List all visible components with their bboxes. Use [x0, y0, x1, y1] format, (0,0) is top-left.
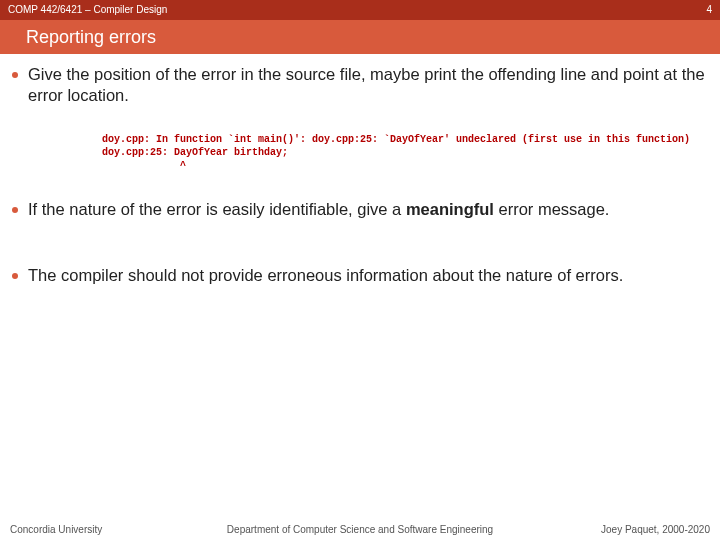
footer-mid: Department of Computer Science and Softw…	[227, 520, 493, 540]
bullet-2-bold: meaningful	[406, 200, 494, 218]
bullet-2-text: If the nature of the error is easily ide…	[28, 199, 609, 220]
bullet-2-pre: If the nature of the error is easily ide…	[28, 200, 406, 218]
slide: COMP 442/6421 – Compiler Design 4 Report…	[0, 0, 720, 540]
bullet-3-text: The compiler should not provide erroneou…	[28, 265, 623, 286]
content-area: Give the position of the error in the so…	[0, 54, 720, 286]
bullet-1-text: Give the position of the error in the so…	[28, 64, 708, 107]
bullet-dot-icon	[12, 273, 18, 279]
slide-title: Reporting errors	[0, 20, 720, 54]
code-block: doy.cpp: In function `int main()': doy.c…	[102, 133, 708, 174]
footer-left: Concordia University	[10, 520, 102, 540]
bullet-3: The compiler should not provide erroneou…	[12, 265, 708, 286]
footer-right: Joey Paquet, 2000-2020	[601, 520, 710, 540]
course-label: COMP 442/6421 – Compiler Design	[8, 0, 167, 20]
bullet-2-post: error message.	[494, 200, 610, 218]
bullet-2: If the nature of the error is easily ide…	[12, 199, 708, 220]
bullet-dot-icon	[12, 207, 18, 213]
spacer	[12, 247, 708, 265]
bullet-1: Give the position of the error in the so…	[12, 64, 708, 107]
bullet-dot-icon	[12, 72, 18, 78]
footer: Concordia University Department of Compu…	[0, 520, 720, 540]
page-number: 4	[706, 0, 712, 20]
top-bar: COMP 442/6421 – Compiler Design 4	[0, 0, 720, 20]
